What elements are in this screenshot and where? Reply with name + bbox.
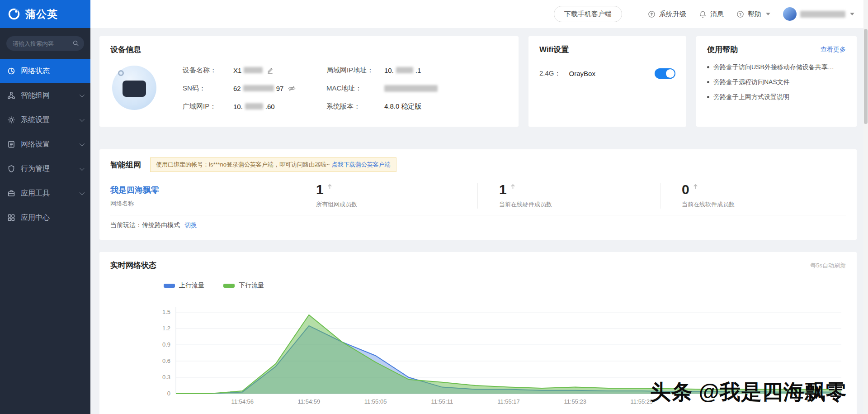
svg-text:1.5: 1.5 bbox=[162, 309, 170, 315]
svg-text:0.6: 0.6 bbox=[162, 357, 170, 364]
help-link-text: 旁路盒子远程访问NAS文件 bbox=[713, 78, 790, 86]
help-icon: ? bbox=[736, 10, 744, 18]
system-upgrade-button[interactable]: 系统升级 bbox=[648, 10, 686, 19]
stat-label: 当前在线软件成员数 bbox=[682, 200, 846, 209]
device-info-title: 设备信息 bbox=[110, 44, 508, 55]
help-link[interactable]: 旁路盒子访问USB外接移动存储设备共享… bbox=[707, 63, 846, 71]
sidebar-item-label: 网络设置 bbox=[21, 140, 50, 149]
content: 设备信息 设备名称： X1 bbox=[90, 28, 868, 414]
app-root: 蒲公英 网络状态 智能组网 bbox=[0, 0, 868, 414]
switch-mode-link[interactable]: 切换 bbox=[184, 221, 197, 229]
eye-off-icon[interactable] bbox=[288, 84, 296, 93]
app-grid-icon bbox=[7, 214, 15, 222]
arrow-up-icon bbox=[510, 184, 516, 190]
legend-downstream[interactable]: 下行流量 bbox=[223, 281, 264, 290]
wifi-toggle[interactable] bbox=[655, 68, 675, 79]
help-label: 帮助 bbox=[748, 10, 761, 19]
download-mobile-app-button[interactable]: 下载手机客户端 bbox=[554, 6, 622, 22]
version-value: 4.8.0 稳定版 bbox=[384, 102, 422, 111]
arrow-up-icon bbox=[327, 184, 333, 190]
field-label: SN码： bbox=[183, 84, 233, 93]
chevron-down-icon bbox=[80, 141, 85, 146]
stat-online-software: 0 当前在线软件成员数 bbox=[660, 183, 846, 209]
svg-text:11:55:11: 11:55:11 bbox=[431, 398, 453, 405]
view-more-link[interactable]: 查看更多 bbox=[821, 46, 846, 54]
sidebar-item-network-status[interactable]: 网络状态 bbox=[0, 59, 90, 83]
field-device-name: 设备名称： X1 bbox=[183, 66, 318, 75]
legend-upstream-label: 上行流量 bbox=[179, 281, 204, 290]
sidebar-item-app-center[interactable]: 应用中心 bbox=[0, 205, 90, 230]
sidebar-item-label: 网络状态 bbox=[21, 67, 50, 76]
chevron-down-icon bbox=[80, 166, 85, 171]
lan-ip-suffix: .1 bbox=[415, 67, 421, 74]
scrollbar-thumb[interactable] bbox=[864, 29, 868, 124]
stat-total-members: 1 所有组网成员数 bbox=[316, 183, 477, 209]
sidebar-item-network-settings[interactable]: 网络设置 bbox=[0, 132, 90, 157]
user-menu[interactable] bbox=[783, 7, 854, 21]
help-menu[interactable]: ? 帮助 bbox=[736, 10, 770, 19]
help-link[interactable]: 旁路盒子远程访问NAS文件 bbox=[707, 78, 846, 86]
realtime-network-card: 实时网络状态 每5s自动刷新 上行流量 下行流量 00.30.60.91.21.… bbox=[99, 252, 857, 414]
download-client-link[interactable]: 点我下载蒲公英客户端 bbox=[332, 161, 391, 169]
sn-suffix: 97 bbox=[276, 85, 284, 92]
sidebar-item-label: 智能组网 bbox=[21, 91, 50, 100]
field-label: 局域网IP地址： bbox=[326, 66, 384, 75]
smart-network-card: 智能组网 使用已绑定的帐号：ls***no登录蒲公英客户端，即可访问路由器啦~ … bbox=[99, 149, 857, 240]
wifi-band-label: 2.4G： bbox=[539, 69, 561, 78]
sidebar: 蒲公英 网络状态 智能组网 bbox=[0, 0, 90, 414]
sidebar-item-smart-network[interactable]: 智能组网 bbox=[0, 83, 90, 108]
device-name-redacted bbox=[244, 67, 263, 73]
svg-text:0.9: 0.9 bbox=[162, 341, 170, 348]
field-lan-ip: 局域网IP地址： 10. .1 bbox=[326, 66, 462, 75]
device-info-body: 设备名称： X1 SN码： bbox=[110, 66, 508, 120]
stat-value: 0 bbox=[682, 183, 689, 196]
edit-icon[interactable] bbox=[267, 67, 274, 74]
help-link-text: 旁路盒子上网方式设置说明 bbox=[713, 93, 789, 101]
svg-text:11:54:59: 11:54:59 bbox=[298, 398, 321, 405]
search-icon[interactable] bbox=[72, 40, 79, 47]
system-settings-icon bbox=[7, 116, 15, 124]
field-version: 系统版本： 4.8.0 稳定版 bbox=[326, 102, 462, 111]
sidebar-item-system-settings[interactable]: 系统设置 bbox=[0, 108, 90, 132]
messages-button[interactable]: 消息 bbox=[699, 10, 724, 19]
sidebar-item-label: 系统设置 bbox=[21, 115, 50, 125]
avatar bbox=[783, 7, 797, 21]
sidebar-item-behavior-management[interactable]: 行为管理 bbox=[0, 157, 90, 181]
field-label: 系统版本： bbox=[326, 102, 384, 111]
stat-label: 当前在线硬件成员数 bbox=[499, 200, 660, 209]
sidebar-item-label: 行为管理 bbox=[21, 164, 50, 174]
network-name-link[interactable]: 我是四海飘零 bbox=[110, 185, 316, 195]
sidebar-item-app-tools[interactable]: 应用工具 bbox=[0, 181, 90, 205]
realtime-title: 实时网络状态 bbox=[110, 260, 156, 271]
lan-ip-redacted bbox=[396, 67, 413, 73]
network-stats-row: 我是四海飘零 网络名称 1 所有组网成员数 bbox=[110, 183, 846, 209]
usage-help-card: 使用帮助 查看更多 旁路盒子访问USB外接移动存储设备共享… 旁路盒子远程访问N… bbox=[696, 36, 857, 127]
wan-ip-prefix: 10. bbox=[233, 103, 243, 110]
bell-icon bbox=[699, 10, 707, 18]
current-mode-label: 当前玩法：传统路由模式 bbox=[110, 221, 180, 229]
router-ring bbox=[118, 70, 124, 76]
stat-label: 所有组网成员数 bbox=[316, 200, 477, 209]
chevron-down-icon bbox=[80, 117, 85, 122]
sn-prefix: 62 bbox=[233, 85, 241, 92]
chevron-down-icon bbox=[80, 190, 85, 195]
svg-text:?: ? bbox=[739, 12, 741, 16]
legend-upstream[interactable]: 上行流量 bbox=[164, 281, 204, 290]
help-link[interactable]: 旁路盒子上网方式设置说明 bbox=[707, 93, 846, 101]
brand-logo[interactable]: 蒲公英 bbox=[0, 0, 90, 28]
device-fields-left: 设备名称： X1 SN码： bbox=[183, 66, 318, 120]
arrow-up-icon bbox=[693, 184, 698, 190]
field-label: 设备名称： bbox=[183, 66, 233, 75]
field-label: MAC地址： bbox=[326, 84, 384, 93]
sidebar-item-label: 应用工具 bbox=[21, 189, 50, 198]
mac-redacted bbox=[384, 85, 438, 92]
mode-row: 当前玩法：传统路由模式 切换 bbox=[110, 215, 846, 229]
smart-network-icon bbox=[7, 91, 15, 100]
bullet-icon bbox=[707, 66, 709, 68]
auto-refresh-note: 每5s自动刷新 bbox=[810, 262, 846, 270]
chevron-down-icon bbox=[850, 13, 854, 15]
system-upgrade-icon bbox=[648, 10, 656, 18]
field-sn: SN码： 62 97 bbox=[183, 84, 318, 93]
device-photo[interactable] bbox=[112, 66, 156, 110]
wifi-title: Wifi设置 bbox=[539, 44, 675, 55]
